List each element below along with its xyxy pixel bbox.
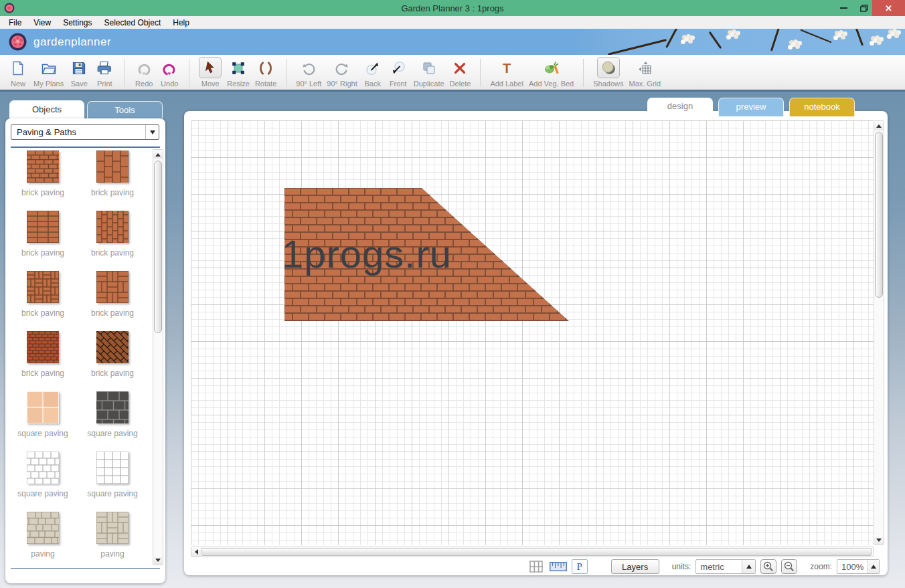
units-dropdown[interactable]: metric <box>695 559 756 574</box>
brick-stack-h-thumbnail[interactable] <box>27 211 59 243</box>
app-flower-icon <box>4 3 15 13</box>
canvas-grid[interactable] <box>191 120 874 545</box>
chevron-up-icon <box>746 565 752 569</box>
paving-list-item[interactable]: brick paving <box>8 209 78 270</box>
move-button[interactable]: Move <box>196 56 224 90</box>
units-label: units: <box>672 562 691 571</box>
plant-labels-toggle-button[interactable]: P <box>572 559 588 574</box>
brick-run-h-thumbnail[interactable] <box>27 151 59 183</box>
paving-list-item[interactable]: square paving <box>78 390 147 450</box>
brick-rough-thumbnail[interactable] <box>27 331 59 363</box>
resize-button[interactable]: Resize <box>224 56 252 90</box>
restore-button[interactable] <box>855 0 874 16</box>
shadows-button[interactable]: Shadows <box>590 56 626 90</box>
paving-list-item[interactable]: brick paving <box>8 330 78 390</box>
tab-design[interactable]: design <box>647 98 713 116</box>
scroll-down-arrow[interactable] <box>153 555 163 565</box>
save-button[interactable]: Save <box>66 56 92 90</box>
scroll-left-arrow[interactable] <box>191 547 201 557</box>
zoom-dropdown[interactable]: 100% <box>837 559 880 574</box>
menu-view[interactable]: View <box>27 16 57 29</box>
scrollbar-thumb[interactable] <box>201 548 872 556</box>
rotate-90-left-button[interactable]: 90° Left <box>293 56 324 90</box>
grid-toggle-button[interactable] <box>527 559 545 574</box>
paving-list-item[interactable]: paving <box>78 510 147 567</box>
brick-herringbone-dark-thumbnail[interactable] <box>96 331 129 363</box>
redo-button[interactable]: Redo <box>131 56 157 90</box>
scroll-up-arrow[interactable] <box>874 121 884 130</box>
square-white-offset-thumbnail[interactable] <box>27 452 59 484</box>
send-back-button[interactable]: Back <box>360 56 386 90</box>
toolbar-separator <box>583 59 584 87</box>
objects-panel: Paving & Paths brick paving brick paving… <box>5 118 165 583</box>
paving-list-item[interactable]: paving <box>8 510 78 567</box>
scrollbar-thumb[interactable] <box>154 161 162 333</box>
paving-list-item[interactable]: brick paving <box>78 209 147 270</box>
tab-objects[interactable]: Objects <box>9 100 84 118</box>
paving-list-item[interactable]: brick paving <box>8 149 78 209</box>
ruler-toggle-button[interactable] <box>550 559 567 574</box>
paving-beige-b-thumbnail[interactable] <box>96 512 129 544</box>
category-dropdown[interactable]: Paving & Paths <box>11 124 159 140</box>
canvas-horizontal-scrollbar[interactable] <box>191 547 874 557</box>
print-button[interactable]: Print <box>92 56 117 90</box>
rotate-button[interactable]: Rotate <box>252 56 279 90</box>
undo-button[interactable]: Undo <box>157 56 182 90</box>
garden-planner-window: Garden Planner 3 : 1progs ✕ File View Se… <box>0 0 905 588</box>
paving-list-item[interactable]: square paving <box>8 390 78 450</box>
tab-tools[interactable]: Tools <box>87 101 163 118</box>
scrollbar-thumb[interactable] <box>875 132 883 298</box>
zoom-out-icon <box>783 561 795 573</box>
zoom-in-button[interactable] <box>760 559 776 574</box>
scroll-down-arrow[interactable] <box>874 535 884 545</box>
zoom-out-button[interactable] <box>781 559 797 574</box>
dropdown-arrow-button[interactable] <box>145 125 159 139</box>
paving-list-item[interactable]: square paving <box>8 450 78 510</box>
square-white-grid-thumbnail[interactable] <box>96 452 129 484</box>
minimize-button[interactable] <box>833 0 853 16</box>
add-label-button[interactable]: T Add Label <box>487 56 526 90</box>
tab-preview[interactable]: preview <box>718 98 784 116</box>
paving-beige-a-thumbnail[interactable] <box>27 512 59 544</box>
brick-stack-v-thumbnail[interactable] <box>96 211 129 243</box>
paving-list-item[interactable]: brick paving <box>78 270 147 330</box>
menu-selected-object[interactable]: Selected Object <box>98 16 167 29</box>
dropdown-arrow-button[interactable] <box>868 560 879 573</box>
paving-list-item[interactable]: brick paving <box>78 149 147 209</box>
grid-icon <box>529 561 543 573</box>
layers-button[interactable]: Layers <box>611 559 659 574</box>
add-veg-bed-button[interactable]: Add Veg. Bed <box>526 56 576 90</box>
delete-x-icon <box>452 58 467 78</box>
dropdown-arrow-button[interactable] <box>742 560 755 573</box>
rotate-arcs-icon <box>258 58 274 78</box>
square-dark-thumbnail[interactable] <box>96 391 129 423</box>
menu-help[interactable]: Help <box>167 16 195 29</box>
brick-basket-thumbnail[interactable] <box>96 271 129 303</box>
sidebar-scrollbar[interactable] <box>153 149 163 565</box>
menu-settings[interactable]: Settings <box>57 16 98 29</box>
design-canvas-panel: 1progs.ru P Layers units: <box>184 111 888 575</box>
watermark: 1progs.ru <box>282 231 452 276</box>
new-button[interactable]: New <box>5 56 31 90</box>
max-grid-button[interactable]: Max. Grid <box>626 56 663 90</box>
folder-icon <box>40 58 58 78</box>
my-plans-button[interactable]: My Plans <box>31 56 66 90</box>
paving-list-item[interactable]: brick paving <box>8 270 78 330</box>
paving-list-item[interactable]: brick paving <box>78 330 147 390</box>
duplicate-button[interactable]: Duplicate <box>411 56 447 90</box>
window-title: Garden Planner 3 : 1progs <box>0 3 905 13</box>
bring-front-button[interactable]: Front <box>386 56 411 90</box>
close-button[interactable]: ✕ <box>872 0 905 16</box>
tab-notebook[interactable]: notebook <box>789 98 855 116</box>
square-tan-thumbnail[interactable] <box>27 391 59 423</box>
vegetable-bed-icon <box>543 58 560 78</box>
scroll-up-arrow[interactable] <box>153 150 163 159</box>
brick-herringbone-thumbnail[interactable] <box>27 271 59 303</box>
menu-file[interactable]: File <box>3 16 27 29</box>
rotate-right-icon <box>334 58 350 78</box>
rotate-90-right-button[interactable]: 90° Right <box>324 56 359 90</box>
brick-run-v-thumbnail[interactable] <box>96 151 129 183</box>
canvas-vertical-scrollbar[interactable] <box>874 120 884 545</box>
delete-button[interactable]: Delete <box>447 56 474 90</box>
paving-list-item[interactable]: square paving <box>78 450 147 510</box>
